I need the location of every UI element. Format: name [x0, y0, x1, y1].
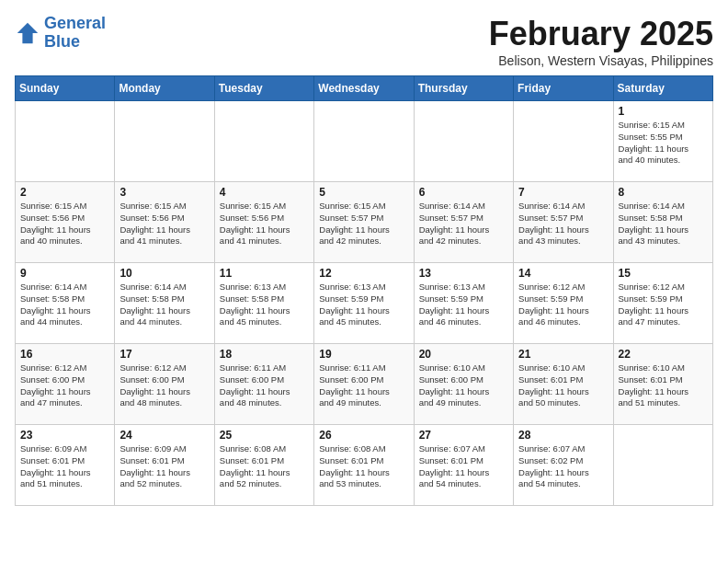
calendar-cell	[314, 101, 414, 182]
calendar-cell	[613, 425, 712, 506]
calendar-week-row: 1Sunrise: 6:15 AM Sunset: 5:55 PM Daylig…	[16, 101, 713, 182]
day-number: 21	[518, 348, 608, 361]
calendar-cell: 7Sunrise: 6:14 AM Sunset: 5:57 PM Daylig…	[514, 182, 613, 263]
day-info: Sunrise: 6:14 AM Sunset: 5:58 PM Dayligh…	[20, 282, 109, 328]
day-number: 26	[319, 429, 408, 442]
day-info: Sunrise: 6:10 AM Sunset: 6:01 PM Dayligh…	[518, 362, 608, 409]
calendar-header-thursday: Thursday	[414, 76, 513, 101]
calendar-week-row: 2Sunrise: 6:15 AM Sunset: 5:56 PM Daylig…	[16, 182, 713, 263]
day-info: Sunrise: 6:11 AM Sunset: 6:00 PM Dayligh…	[220, 362, 309, 409]
day-number: 23	[20, 429, 109, 442]
day-info: Sunrise: 6:07 AM Sunset: 6:02 PM Dayligh…	[518, 443, 608, 490]
day-info: Sunrise: 6:12 AM Sunset: 5:59 PM Dayligh…	[619, 282, 708, 328]
calendar-cell: 19Sunrise: 6:11 AM Sunset: 6:00 PM Dayli…	[314, 344, 414, 425]
calendar-header-wednesday: Wednesday	[314, 76, 414, 101]
day-info: Sunrise: 6:15 AM Sunset: 5:57 PM Dayligh…	[319, 201, 408, 247]
day-info: Sunrise: 6:14 AM Sunset: 5:58 PM Dayligh…	[119, 282, 209, 328]
day-number: 5	[319, 186, 408, 199]
day-number: 4	[220, 186, 309, 199]
calendar-cell: 15Sunrise: 6:12 AM Sunset: 5:59 PM Dayli…	[613, 263, 712, 344]
calendar-cell: 1Sunrise: 6:15 AM Sunset: 5:55 PM Daylig…	[613, 101, 712, 182]
day-info: Sunrise: 6:11 AM Sunset: 6:00 PM Dayligh…	[319, 362, 408, 409]
location: Belison, Western Visayas, Philippines	[489, 53, 713, 68]
day-number: 25	[220, 429, 309, 442]
calendar-cell: 17Sunrise: 6:12 AM Sunset: 6:00 PM Dayli…	[115, 344, 214, 425]
calendar-header-row: SundayMondayTuesdayWednesdayThursdayFrid…	[16, 76, 713, 101]
day-number: 19	[319, 348, 408, 361]
calendar-cell	[514, 101, 613, 182]
day-number: 9	[20, 267, 109, 280]
day-info: Sunrise: 6:12 AM Sunset: 6:00 PM Dayligh…	[119, 362, 209, 409]
day-number: 7	[518, 186, 608, 199]
svg-marker-0	[17, 23, 38, 43]
calendar-cell: 12Sunrise: 6:13 AM Sunset: 5:59 PM Dayli…	[314, 263, 414, 344]
calendar-cell	[214, 101, 313, 182]
day-info: Sunrise: 6:13 AM Sunset: 5:59 PM Dayligh…	[319, 282, 408, 328]
day-info: Sunrise: 6:15 AM Sunset: 5:55 PM Dayligh…	[619, 120, 708, 167]
day-number: 18	[220, 348, 309, 361]
day-number: 1	[619, 105, 708, 118]
calendar-cell: 4Sunrise: 6:15 AM Sunset: 5:56 PM Daylig…	[214, 182, 313, 263]
calendar-cell: 20Sunrise: 6:10 AM Sunset: 6:00 PM Dayli…	[414, 344, 513, 425]
calendar-cell: 16Sunrise: 6:12 AM Sunset: 6:00 PM Dayli…	[16, 344, 115, 425]
calendar-header-sunday: Sunday	[16, 76, 115, 101]
calendar-header-tuesday: Tuesday	[214, 76, 313, 101]
calendar-cell: 3Sunrise: 6:15 AM Sunset: 5:56 PM Daylig…	[115, 182, 214, 263]
calendar-cell: 28Sunrise: 6:07 AM Sunset: 6:02 PM Dayli…	[514, 425, 613, 506]
calendar-cell: 25Sunrise: 6:08 AM Sunset: 6:01 PM Dayli…	[214, 425, 313, 506]
logo: General Blue	[15, 15, 106, 52]
calendar-cell: 6Sunrise: 6:14 AM Sunset: 5:57 PM Daylig…	[414, 182, 513, 263]
calendar-cell: 8Sunrise: 6:14 AM Sunset: 5:58 PM Daylig…	[613, 182, 712, 263]
calendar-cell: 14Sunrise: 6:12 AM Sunset: 5:59 PM Dayli…	[514, 263, 613, 344]
calendar-week-row: 9Sunrise: 6:14 AM Sunset: 5:58 PM Daylig…	[16, 263, 713, 344]
calendar-cell	[414, 101, 513, 182]
calendar-cell: 23Sunrise: 6:09 AM Sunset: 6:01 PM Dayli…	[16, 425, 115, 506]
day-info: Sunrise: 6:13 AM Sunset: 5:59 PM Dayligh…	[419, 282, 508, 328]
calendar-cell: 2Sunrise: 6:15 AM Sunset: 5:56 PM Daylig…	[16, 182, 115, 263]
title-area: February 2025 Belison, Western Visayas, …	[489, 15, 713, 68]
day-number: 20	[419, 348, 508, 361]
day-number: 16	[20, 348, 109, 361]
day-number: 11	[220, 267, 309, 280]
day-number: 27	[419, 429, 508, 442]
calendar-cell: 26Sunrise: 6:08 AM Sunset: 6:01 PM Dayli…	[314, 425, 414, 506]
calendar-cell: 24Sunrise: 6:09 AM Sunset: 6:01 PM Dayli…	[115, 425, 214, 506]
day-info: Sunrise: 6:12 AM Sunset: 5:59 PM Dayligh…	[518, 282, 608, 328]
day-info: Sunrise: 6:15 AM Sunset: 5:56 PM Dayligh…	[220, 201, 309, 247]
logo-icon	[15, 20, 40, 46]
calendar-cell: 18Sunrise: 6:11 AM Sunset: 6:00 PM Dayli…	[214, 344, 313, 425]
calendar-week-row: 16Sunrise: 6:12 AM Sunset: 6:00 PM Dayli…	[16, 344, 713, 425]
day-info: Sunrise: 6:08 AM Sunset: 6:01 PM Dayligh…	[220, 443, 309, 490]
calendar-cell: 21Sunrise: 6:10 AM Sunset: 6:01 PM Dayli…	[514, 344, 613, 425]
calendar-cell: 11Sunrise: 6:13 AM Sunset: 5:58 PM Dayli…	[214, 263, 313, 344]
calendar-cell: 9Sunrise: 6:14 AM Sunset: 5:58 PM Daylig…	[16, 263, 115, 344]
day-info: Sunrise: 6:10 AM Sunset: 6:01 PM Dayligh…	[619, 362, 708, 409]
calendar-cell	[115, 101, 214, 182]
day-info: Sunrise: 6:14 AM Sunset: 5:58 PM Dayligh…	[619, 201, 708, 247]
calendar-header-saturday: Saturday	[613, 76, 712, 101]
day-number: 15	[619, 267, 708, 280]
calendar-header-friday: Friday	[514, 76, 613, 101]
calendar-cell: 27Sunrise: 6:07 AM Sunset: 6:01 PM Dayli…	[414, 425, 513, 506]
day-number: 8	[619, 186, 708, 199]
day-info: Sunrise: 6:15 AM Sunset: 5:56 PM Dayligh…	[119, 201, 209, 247]
day-info: Sunrise: 6:09 AM Sunset: 6:01 PM Dayligh…	[119, 443, 209, 490]
day-info: Sunrise: 6:12 AM Sunset: 6:00 PM Dayligh…	[20, 362, 109, 409]
calendar-cell: 10Sunrise: 6:14 AM Sunset: 5:58 PM Dayli…	[115, 263, 214, 344]
calendar-cell: 22Sunrise: 6:10 AM Sunset: 6:01 PM Dayli…	[613, 344, 712, 425]
day-number: 12	[319, 267, 408, 280]
day-info: Sunrise: 6:15 AM Sunset: 5:56 PM Dayligh…	[20, 201, 109, 247]
calendar-cell	[16, 101, 115, 182]
page-header: General Blue February 2025 Belison, West…	[15, 15, 713, 68]
day-info: Sunrise: 6:07 AM Sunset: 6:01 PM Dayligh…	[419, 443, 508, 490]
day-number: 28	[518, 429, 608, 442]
day-number: 13	[419, 267, 508, 280]
calendar-cell: 13Sunrise: 6:13 AM Sunset: 5:59 PM Dayli…	[414, 263, 513, 344]
calendar-header-monday: Monday	[115, 76, 214, 101]
day-number: 2	[20, 186, 109, 199]
day-number: 6	[419, 186, 508, 199]
day-info: Sunrise: 6:08 AM Sunset: 6:01 PM Dayligh…	[319, 443, 408, 490]
logo-text: General Blue	[44, 15, 106, 52]
calendar-cell: 5Sunrise: 6:15 AM Sunset: 5:57 PM Daylig…	[314, 182, 414, 263]
day-info: Sunrise: 6:09 AM Sunset: 6:01 PM Dayligh…	[20, 443, 109, 490]
